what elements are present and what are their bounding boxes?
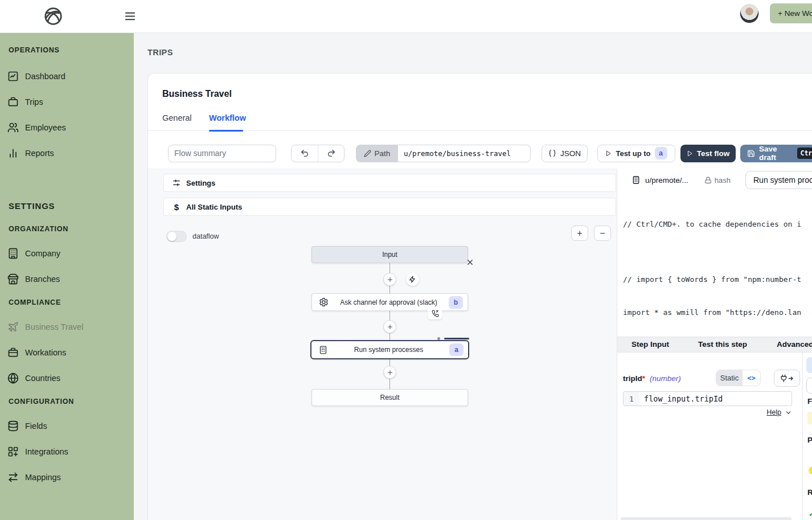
path-label: Path [375,149,391,158]
hash-tab[interactable]: hash [704,176,731,185]
expression-editor[interactable]: 1 flow_input.tripId [623,391,792,406]
main-content: TRIPS Business Travel General Workflow [134,33,812,520]
check-icon: ✓ [809,510,812,518]
braces-icon [548,149,556,157]
flow-node-approval[interactable]: Ask channel for approval (slack) b [311,293,468,311]
section-operations: OPERATIONS [0,46,134,55]
test-flow-button[interactable]: Test flow [680,145,736,162]
picker-value-dot [809,466,812,474]
save-draft-label: Save draft [759,145,794,162]
sidebar-item-countries[interactable]: Countries [0,365,134,391]
picker-search-input[interactable]: Search [806,378,812,394]
lock-icon [704,177,712,184]
users-icon [7,122,19,133]
script-module-icon [631,175,641,185]
add-step-button[interactable] [383,366,396,379]
horizontal-scrollbar[interactable] [621,517,792,520]
tab-general[interactable]: General [162,113,192,122]
redo-button[interactable] [318,145,344,162]
sliders-icon [172,178,181,187]
flow-node-result[interactable]: Result [311,389,468,406]
breadcrumb: TRIPS [147,48,173,57]
sidebar-item-business-travel[interactable]: Business Travel [0,314,134,339]
tab-workflow[interactable]: Workflow [209,113,246,122]
bar-chart-icon [7,148,19,159]
sidebar-item-reports[interactable]: Reports [0,140,134,166]
sidebar-item-employees[interactable]: Employees [0,114,134,140]
tab-bar: General Workflow [148,113,812,131]
script-module-icon [318,345,328,355]
static-inputs-row[interactable]: $ All Static Inputs [163,198,616,216]
building-icon [7,248,19,259]
static-inputs-label: All Static Inputs [186,203,242,211]
step-id-badge: b [449,296,463,309]
sidebar-item-company[interactable]: Company [0,240,134,266]
required-mark: * [642,374,645,383]
script-path-tab[interactable]: u/premote/... [631,175,688,185]
tab-test-this-step[interactable]: Test this step [698,340,747,349]
edit-path-button[interactable]: Path [356,145,398,162]
sidebar-item-branches[interactable]: Branches [0,266,134,292]
database-icon [7,420,19,432]
script-path-label: u/premote/... [645,176,688,185]
step-input-panel: tripId* (number) Static <> 1 flow_input.… [617,353,812,520]
hash-label: hash [715,176,731,185]
test-up-to-button[interactable]: Test up to a [597,145,675,162]
zoom-in-button[interactable]: + [571,226,588,241]
path-input[interactable] [398,145,531,162]
collapse-picker-button[interactable] [806,357,812,373]
picker-variable-chip[interactable] [807,412,812,424]
add-step-button[interactable] [383,273,396,286]
tab-step-input[interactable]: Step Input [631,340,669,349]
sidebar-item-workations[interactable]: Workations [0,339,134,365]
blocks-icon [7,446,19,457]
play-icon [605,150,612,157]
sidebar-item-integrations[interactable]: Integrations [0,439,134,464]
undo-button[interactable] [292,145,318,162]
flow-node-input[interactable]: Input [311,246,468,263]
connect-input-button[interactable] [774,370,800,387]
sidebar-item-fields[interactable]: Fields [0,413,134,439]
dataflow-label: dataflow [192,232,219,240]
sidebar-item-label: Fields [25,421,47,431]
chevron-left-icon [810,361,812,369]
sidebar-item-mappings[interactable]: Mappings [0,464,134,490]
undo-redo-group [291,145,345,162]
sidebar-item-label: Integrations [25,447,68,456]
zoom-out-button[interactable]: − [594,226,611,241]
variable-picker: Search Flow Input Previous Result Resour… [802,353,812,520]
flow-node-system[interactable]: Run system processes a [310,340,469,359]
play-icon [687,150,693,157]
save-draft-button[interactable]: Save draft Ctrl+S [740,145,812,162]
static-mode-button[interactable]: Static [716,370,743,386]
code-editor[interactable]: // Ctrl/CMD+. to cache dependencies on i… [617,194,812,337]
sidebar-item-label: Branches [25,275,60,284]
run-script-button[interactable]: Run system processes [745,171,812,189]
menu-icon[interactable] [124,10,137,23]
flow-summary-input[interactable] [168,145,276,162]
code-mode-button[interactable]: <> [743,370,760,386]
tab-advanced[interactable]: Advanced [777,340,812,349]
sidebar: OPERATIONS Dashboard Trips Employees Rep… [0,33,134,520]
flow-toolbar: Path JSON Test up to a Test flow Save dr… [168,144,812,162]
json-button[interactable]: JSON [542,145,588,162]
section-compliance: COMPLIANCE [0,298,134,308]
detail-card: Business Travel General Workflow Path [147,73,812,520]
flow-settings-row[interactable]: Settings [163,174,616,192]
plus-icon [387,276,393,283]
lightning-icon [409,276,416,283]
close-icon[interactable] [466,258,474,267]
new-workflow-button[interactable]: + New Workflow [770,3,812,23]
avatar[interactable] [740,4,759,23]
chevron-down-icon [785,409,792,416]
dataflow-toggle[interactable] [166,231,187,242]
add-step-button[interactable] [383,320,396,333]
picker-section-flow-input: Flow Input [807,397,812,406]
help-link[interactable]: Help [766,408,781,416]
sidebar-item-dashboard[interactable]: Dashboard [0,63,134,89]
trigger-button[interactable] [406,273,419,286]
gear-icon [319,297,329,307]
toggle-knob [167,232,177,241]
briefcase-icon [7,347,19,358]
sidebar-item-trips[interactable]: Trips [0,89,134,114]
